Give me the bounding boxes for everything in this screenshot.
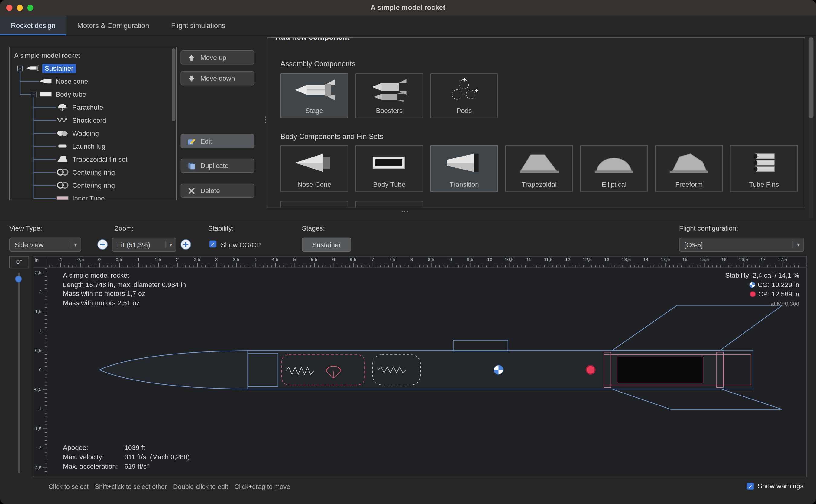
aft-ring-outline[interactable] xyxy=(724,355,751,385)
component-tree[interactable]: A simple model rocket−SustainerNose cone… xyxy=(9,47,177,200)
rocket-canvas[interactable]: in -1-0,500,511,522,533,544,555,566,577,… xyxy=(33,256,806,477)
chevron-down-icon: ▾ xyxy=(793,241,800,248)
ruler-tick-label: -2 xyxy=(37,445,42,451)
ruler-tick xyxy=(76,265,76,267)
duplicate-button[interactable]: Duplicate xyxy=(180,159,254,173)
tab-flight-simulations[interactable]: Flight simulations xyxy=(160,16,236,35)
panel-resize-handle-icon[interactable]: ⋯ xyxy=(401,206,410,216)
component-tile-partial[interactable] xyxy=(280,201,348,208)
tree-item-label: A simple model rocket xyxy=(14,51,80,60)
component-tile-elliptical[interactable]: Elliptical xyxy=(580,145,648,192)
aft-section-outline[interactable] xyxy=(724,351,753,389)
component-tile-partial[interactable] xyxy=(355,201,423,208)
delete-button[interactable]: Delete xyxy=(180,184,254,198)
rotation-slider-track[interactable] xyxy=(18,273,20,473)
ruler-tick xyxy=(45,354,47,355)
tab-motors-configuration[interactable]: Motors & Configuration xyxy=(66,16,160,35)
component-tile-body-tube[interactable]: Body Tube xyxy=(355,145,423,192)
ruler-tick xyxy=(396,265,397,267)
tree-item-inner-tube[interactable]: Inner Tube xyxy=(10,192,176,200)
ruler-tick xyxy=(466,265,467,267)
component-tile-stage[interactable]: Stage xyxy=(280,73,348,118)
ruler-tick xyxy=(677,265,678,267)
ruler-tick xyxy=(45,425,47,425)
zoom-select[interactable]: Fit (51,3%) ▾ xyxy=(112,238,176,252)
ruler-tick xyxy=(220,265,221,267)
ruler-tick xyxy=(45,288,47,289)
ruler-tick-label: 2 xyxy=(176,257,179,262)
ruler-tick xyxy=(611,265,611,267)
ruler-tick xyxy=(388,265,389,267)
component-tile-label: Elliptical xyxy=(581,180,647,188)
ruler-tick xyxy=(299,265,299,267)
fin-bottom-outline[interactable] xyxy=(612,389,782,409)
tree-connector xyxy=(33,146,56,147)
ruler-tick xyxy=(43,331,47,331)
show-warnings[interactable]: ✓ Show warnings xyxy=(747,482,804,490)
stability-label: Stability: xyxy=(208,224,234,232)
tree-item-wadding[interactable]: Wadding xyxy=(10,127,176,140)
launch-lug-outline[interactable] xyxy=(453,340,508,351)
stage-toggle-sustainer[interactable]: Sustainer xyxy=(302,238,351,252)
tree-item-trapezoidal-fin-set[interactable]: Trapezoidal fin set xyxy=(10,153,176,166)
ruler-tick xyxy=(43,272,47,273)
show-cgcp-checkbox[interactable]: ✓ xyxy=(209,240,216,247)
move-down-button[interactable]: Move down xyxy=(180,71,254,85)
tree-item-a-simple-model-rocket[interactable]: A simple model rocket xyxy=(10,49,176,62)
component-tile-nose-cone[interactable]: Nose Cone xyxy=(280,145,348,192)
tree-item-centering-ring[interactable]: Centering ring xyxy=(10,179,176,192)
ruler-tick-label: 7 xyxy=(371,257,374,262)
component-tile-pods[interactable]: Pods xyxy=(430,73,498,118)
tree-item-shock-cord[interactable]: Shock cord xyxy=(10,114,176,127)
ruler-tick xyxy=(345,265,346,267)
zoom-out-button[interactable] xyxy=(97,239,108,250)
tab-rocket-design[interactable]: Rocket design xyxy=(0,16,66,35)
flight-configuration-select[interactable]: [C6-5] ▾ xyxy=(679,238,804,252)
move-up-button[interactable]: Move up xyxy=(180,50,254,64)
ruler-tick xyxy=(497,265,498,267)
ruler-tick xyxy=(693,265,693,267)
panel-scrollbar[interactable] xyxy=(809,36,813,218)
ruler-tick xyxy=(43,467,47,468)
ruler-tick xyxy=(193,265,194,267)
tree-item-body-tube[interactable]: −Body tube xyxy=(10,88,176,101)
component-tile-boosters[interactable]: Boosters xyxy=(355,73,423,118)
rocket-drawing-area[interactable]: A simple model rocket Length 16,748 in, … xyxy=(47,268,806,477)
tree-item-parachute[interactable]: Parachute xyxy=(10,101,176,114)
edit-button[interactable]: Edit xyxy=(180,134,254,148)
ruler-tick xyxy=(771,265,771,267)
status-hint: Click to select xyxy=(48,483,89,490)
tree-item-nose-cone[interactable]: Nose cone xyxy=(10,75,176,88)
ruler-tick xyxy=(45,413,47,413)
ruler-tick-label: 1 xyxy=(137,257,140,262)
tree-expander-icon[interactable]: − xyxy=(31,92,37,97)
ruler-tick xyxy=(314,263,315,267)
show-warnings-checkbox[interactable]: ✓ xyxy=(747,483,754,490)
component-tile-freeform[interactable]: Freeform xyxy=(655,145,723,192)
tree-expander-icon[interactable]: − xyxy=(17,66,23,71)
view-type-select[interactable]: Side view ▾ xyxy=(9,238,81,252)
motor-block[interactable] xyxy=(617,357,703,383)
ruler-tick xyxy=(60,263,61,267)
zoom-in-button[interactable] xyxy=(180,239,192,250)
vertical-ruler: 2,521,510,50-0,5-1-1,5-2-2,5 xyxy=(33,268,47,477)
ruler-tick xyxy=(45,362,47,363)
delete-icon xyxy=(187,186,196,195)
component-tile-tube-fins[interactable]: Tube Fins xyxy=(730,145,798,192)
centering-ring-icon xyxy=(56,168,69,176)
component-tile-transition[interactable]: Transition xyxy=(430,145,498,192)
fin-top-outline[interactable] xyxy=(612,305,782,351)
ruler-tick xyxy=(704,263,705,267)
ruler-tick xyxy=(583,265,584,267)
ruler-unit: in xyxy=(33,257,47,268)
tree-item-sustainer[interactable]: −Sustainer xyxy=(10,62,176,75)
tree-item-centering-ring[interactable]: Centering ring xyxy=(10,166,176,179)
component-group-label: Body Components and Fin Sets xyxy=(280,132,383,141)
panel-scrollbar-thumb[interactable] xyxy=(809,37,813,118)
nose-cone-outline[interactable] xyxy=(99,351,248,389)
tree-item-launch-lug[interactable]: Launch lug xyxy=(10,140,176,153)
rotation-slider-thumb[interactable] xyxy=(15,276,22,282)
component-tile-trapezoidal[interactable]: Trapezoidal xyxy=(505,145,573,192)
ruler-tick xyxy=(142,265,143,267)
ruler-tick xyxy=(119,263,119,267)
